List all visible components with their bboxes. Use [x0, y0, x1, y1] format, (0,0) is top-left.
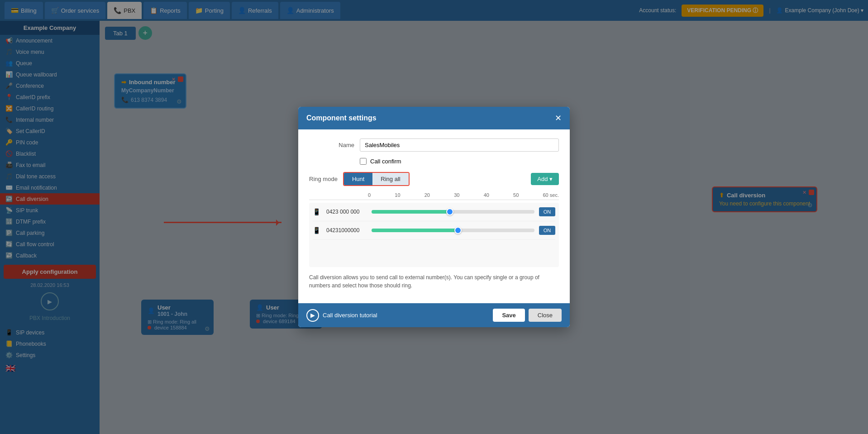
mark-30: 30 — [454, 192, 459, 198]
name-label: Name — [309, 142, 354, 148]
slider-fill-1 — [372, 210, 450, 214]
timeline-numbers: 0 10 20 30 40 50 60 sec. — [368, 192, 559, 198]
slider-row-2: 📱 04231000000 ON — [313, 221, 555, 240]
phone-icon-1: 📱 — [313, 208, 322, 215]
ring-mode-buttons: Hunt Ring all — [343, 172, 410, 186]
slider-track-1[interactable] — [372, 210, 534, 214]
mark-20: 20 — [424, 192, 430, 198]
mark-40: 40 — [484, 192, 489, 198]
add-button[interactable]: Add ▾ — [531, 173, 559, 185]
toggle-btn-1[interactable]: ON — [539, 207, 555, 216]
ring-mode-ring-all-btn[interactable]: Ring all — [372, 173, 408, 185]
mark-10: 10 — [395, 192, 400, 198]
ring-mode-label: Ring mode — [309, 176, 338, 182]
modal-title: Component settings — [306, 114, 377, 122]
name-row: Name — [309, 138, 559, 152]
name-input[interactable] — [360, 138, 559, 152]
toggle-btn-2[interactable]: ON — [539, 226, 555, 235]
modal-body: Name Call confirm Ring mode Hunt Ring al… — [298, 129, 570, 303]
component-settings-modal: Component settings ✕ Name Call confirm R… — [298, 107, 570, 327]
slider-number-2: 04231000000 — [326, 227, 367, 234]
ring-mode-row: Ring mode Hunt Ring all Add ▾ — [309, 172, 559, 186]
footer-buttons: Save Close — [493, 309, 562, 322]
timeline-header: 0 10 20 30 40 50 60 sec. — [309, 192, 559, 200]
call-confirm-label: Call confirm — [370, 158, 401, 165]
slider-track-2[interactable] — [372, 229, 534, 232]
phone-icon-2: 📱 — [313, 227, 322, 234]
mark-50: 50 — [513, 192, 519, 198]
tutorial-label: Call diversion tutorial — [323, 312, 377, 319]
slider-thumb-2[interactable] — [454, 227, 462, 234]
tutorial-play-icon: ▶ — [306, 309, 319, 322]
close-button[interactable]: Close — [529, 309, 562, 322]
slider-fill-2 — [372, 229, 458, 232]
call-confirm-checkbox[interactable] — [360, 158, 367, 165]
slider-thumb-1[interactable] — [446, 208, 453, 215]
tutorial-button[interactable]: ▶ Call diversion tutorial — [306, 309, 377, 322]
modal-close-button[interactable]: ✕ — [555, 113, 562, 123]
modal-overlay[interactable]: Component settings ✕ Name Call confirm R… — [0, 0, 868, 434]
modal-description: Call diversion allows you to send call t… — [309, 273, 559, 290]
mark-60: 60 sec. — [543, 192, 559, 198]
ring-mode-hunt-btn[interactable]: Hunt — [344, 173, 372, 185]
modal-header: Component settings ✕ — [298, 107, 570, 129]
slider-number-1: 0423 000 000 — [326, 209, 367, 215]
modal-footer: ▶ Call diversion tutorial Save Close — [298, 303, 570, 327]
sliders-empty-area — [313, 240, 555, 267]
call-confirm-row: Call confirm — [360, 158, 559, 165]
save-button[interactable]: Save — [493, 309, 525, 322]
sliders-container: 📱 0423 000 000 ON 📱 04231000000 — [309, 203, 559, 267]
slider-row-1: 📱 0423 000 000 ON — [313, 203, 555, 221]
mark-0: 0 — [368, 192, 371, 198]
